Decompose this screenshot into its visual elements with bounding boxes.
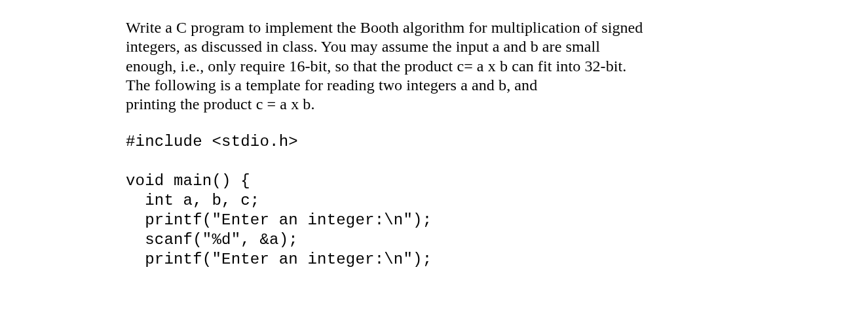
prose-line-1: Write a C program to implement the Booth… bbox=[126, 19, 643, 36]
code-line-4: int a, b, c; bbox=[126, 192, 259, 209]
prose-line-4: The following is a template for reading … bbox=[126, 77, 537, 94]
prose-line-2: integers, as discussed in class. You may… bbox=[126, 38, 600, 55]
code-line-1: #include <stdio.h> bbox=[126, 133, 298, 150]
code-line-5: printf("Enter an integer:\n"); bbox=[126, 211, 432, 229]
code-line-3: void main() { bbox=[126, 172, 250, 190]
code-snippet: #include <stdio.h> void main() { int a, … bbox=[126, 132, 750, 270]
prose-line-5: printing the product c = a x b. bbox=[126, 96, 315, 113]
document-page: Write a C program to implement the Booth… bbox=[0, 0, 868, 270]
problem-statement: Write a C program to implement the Booth… bbox=[126, 18, 750, 114]
code-line-6: scanf("%d", &a); bbox=[126, 231, 298, 249]
prose-line-3: enough, i.e., only require 16-bit, so th… bbox=[126, 58, 626, 75]
code-line-7: printf("Enter an integer:\n"); bbox=[126, 251, 432, 268]
